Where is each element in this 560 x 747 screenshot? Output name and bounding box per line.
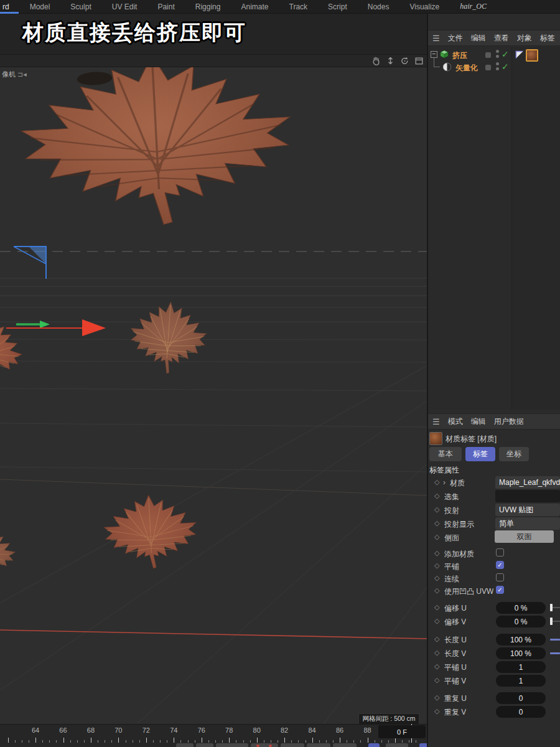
section-tag-properties: 标签属性: [429, 465, 459, 476]
menu-item-nodes[interactable]: Nodes: [368, 2, 390, 11]
om-menu-object[interactable]: 对象: [517, 33, 532, 44]
length-u-field[interactable]: 100 %: [496, 634, 546, 646]
keyframe-diamond-icon[interactable]: ◇: [434, 478, 439, 486]
hamburger-menu-icon[interactable]: ☰: [432, 34, 440, 43]
object-name-vectorizer[interactable]: 矢量化: [455, 63, 478, 73]
keyframe-diamond-icon[interactable]: ◇: [434, 603, 439, 611]
offset-u-slider-handle[interactable]: [550, 604, 553, 611]
keyframe-diamond-icon[interactable]: ◇: [434, 707, 439, 715]
maple-leaf-left-mid[interactable]: [0, 308, 30, 390]
menu-item-model[interactable]: Model: [30, 2, 50, 11]
add-material-checkbox[interactable]: [496, 548, 504, 557]
menu-item-hair-oc[interactable]: hair_OC: [460, 2, 487, 11]
editor-visibility-dot[interactable]: [496, 62, 499, 65]
menu-item-visualize[interactable]: Visualize: [409, 2, 439, 11]
phong-tag-icon[interactable]: [515, 50, 525, 60]
material-tag-thumbnail[interactable]: [526, 49, 538, 62]
layer-toggle[interactable]: [485, 52, 491, 58]
tab-tag[interactable]: 标签: [465, 447, 495, 461]
tab-basic[interactable]: 基本: [429, 447, 462, 461]
length-v-field[interactable]: 100 %: [496, 647, 546, 659]
transport-button[interactable]: [196, 743, 213, 747]
current-frame-field[interactable]: 0 F: [378, 725, 426, 738]
zoom-icon[interactable]: [385, 55, 396, 66]
use-bump-uvw-checkbox[interactable]: ✓: [496, 586, 504, 594]
am-menu-edit[interactable]: 编辑: [471, 416, 486, 427]
pan-icon[interactable]: [371, 55, 381, 66]
keyframe-diamond-icon[interactable]: ◇: [434, 505, 439, 514]
camera-view-label[interactable]: 像机 ⊐◂: [2, 70, 27, 79]
expand-arrow-icon[interactable]: ›: [443, 478, 446, 487]
om-menu-view[interactable]: 查看: [494, 33, 509, 44]
viewport-canvas[interactable]: [0, 67, 427, 724]
editor-visibility-dot[interactable]: [496, 50, 499, 53]
keyframe-diamond-icon[interactable]: ◇: [434, 533, 439, 541]
transport-button-active[interactable]: [368, 743, 380, 747]
offset-u-field[interactable]: 0 %: [496, 602, 546, 614]
tiles-u-field[interactable]: 1: [496, 661, 546, 673]
transport-button[interactable]: [307, 743, 330, 747]
tile-checkbox[interactable]: ✓: [496, 561, 504, 569]
transport-button[interactable]: [333, 743, 357, 747]
keyframe-diamond-icon[interactable]: ◇: [434, 676, 439, 684]
transport-button[interactable]: [251, 743, 278, 747]
transport-button[interactable]: [386, 743, 408, 747]
transport-button[interactable]: [176, 743, 194, 747]
tiles-v-field[interactable]: 1: [496, 675, 546, 687]
tab-coordinates[interactable]: 坐标: [499, 447, 529, 461]
rotate-icon[interactable]: [399, 55, 410, 66]
keyframe-diamond-icon[interactable]: ◇: [434, 586, 439, 594]
keyframe-diamond-icon[interactable]: ◇: [434, 561, 439, 570]
layer-toggle[interactable]: [485, 65, 491, 70]
ruler-number: 80: [253, 726, 261, 734]
maple-leaf-middle[interactable]: [128, 299, 208, 376]
keyframe-diamond-icon[interactable]: ◇: [434, 574, 439, 582]
material-name-field[interactable]: Maple_Leaf_qkfvd: [495, 476, 560, 489]
am-menu-userdata[interactable]: 用户数据: [494, 416, 524, 427]
menu-item-standard-partial[interactable]: rd: [2, 2, 9, 11]
hamburger-menu-icon[interactable]: ☰: [432, 417, 440, 426]
selection-field[interactable]: [495, 490, 560, 502]
om-menu-tags[interactable]: 标签: [540, 33, 555, 44]
keyframe-diamond-icon[interactable]: ◇: [434, 617, 439, 625]
menu-item-uv-edit[interactable]: UV Edit: [112, 2, 138, 11]
length-v-slider[interactable]: [550, 652, 560, 654]
projection-dropdown[interactable]: UVW 贴图: [495, 504, 560, 516]
transport-button[interactable]: [216, 743, 248, 747]
object-name-extrude[interactable]: 挤压: [452, 50, 467, 61]
menu-item-paint[interactable]: Paint: [157, 2, 174, 11]
render-visibility-dot[interactable]: [496, 55, 499, 58]
menu-item-script[interactable]: Script: [328, 2, 347, 11]
length-u-slider[interactable]: [550, 639, 560, 641]
projection-display-dropdown[interactable]: 简单: [495, 517, 560, 530]
render-visibility-dot[interactable]: [496, 67, 499, 70]
repeat-v-field[interactable]: 0: [496, 706, 546, 718]
offset-v-field[interactable]: 0 %: [496, 616, 546, 627]
offset-v-slider-handle[interactable]: [550, 618, 553, 625]
maple-leaf-bottom[interactable]: [102, 492, 198, 571]
keyframe-diamond-icon[interactable]: ◇: [434, 662, 439, 670]
keyframe-diamond-icon[interactable]: ◇: [434, 693, 439, 702]
keyframe-diamond-icon[interactable]: ◇: [434, 635, 439, 643]
maple-leaf-left-bottom[interactable]: [0, 519, 19, 583]
menu-item-rigging[interactable]: Rigging: [195, 2, 221, 11]
side-both-button[interactable]: 双面: [495, 530, 554, 543]
transport-button[interactable]: [281, 743, 304, 747]
repeat-u-field[interactable]: 0: [496, 692, 546, 704]
om-menu-file[interactable]: 文件: [448, 33, 463, 44]
tree-expand-toggle[interactable]: −: [431, 51, 437, 58]
keyframe-diamond-icon[interactable]: ◇: [434, 649, 439, 657]
menu-item-animate[interactable]: Animate: [241, 2, 268, 11]
maple-leaf-top[interactable]: [17, 67, 295, 232]
om-menu-edit[interactable]: 编辑: [471, 33, 486, 44]
enabled-checkmark-icon[interactable]: ✓: [502, 49, 509, 59]
am-menu-mode[interactable]: 模式: [448, 416, 463, 427]
keyframe-diamond-icon[interactable]: ◇: [434, 492, 439, 500]
seamless-checkbox[interactable]: [496, 573, 504, 581]
menu-item-sculpt[interactable]: Sculpt: [70, 2, 91, 11]
keyframe-diamond-icon[interactable]: ◇: [434, 549, 439, 557]
menu-item-track[interactable]: Track: [289, 2, 308, 11]
keyframe-diamond-icon[interactable]: ◇: [434, 519, 439, 527]
enabled-checkmark-icon[interactable]: ✓: [502, 62, 509, 72]
maximize-icon[interactable]: [414, 55, 424, 66]
